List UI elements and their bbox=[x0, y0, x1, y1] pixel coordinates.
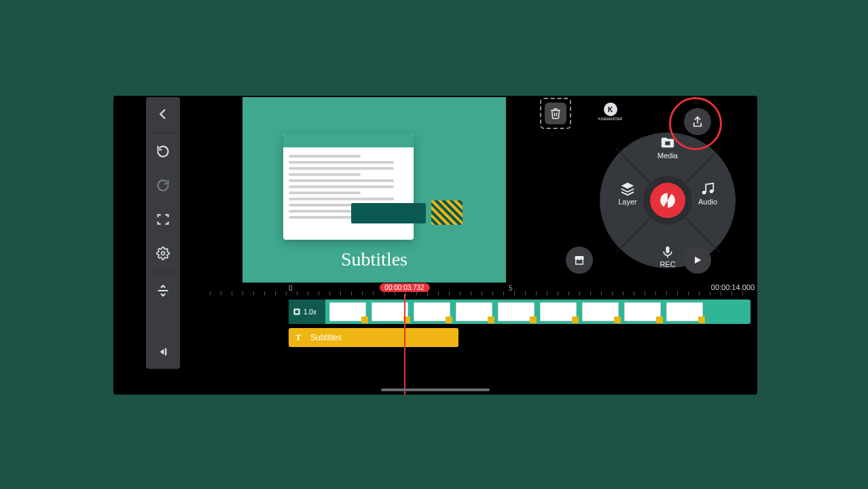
watermark-label: KINEMASTER bbox=[598, 117, 623, 121]
video-clip[interactable] bbox=[329, 302, 366, 321]
text-layer-label: Subtitles bbox=[310, 333, 342, 342]
back-button[interactable] bbox=[146, 97, 180, 131]
wheel-media-label: Media bbox=[657, 151, 678, 160]
text-layer-icon: T bbox=[295, 333, 301, 343]
settings-button[interactable] bbox=[146, 236, 180, 270]
playhead-line[interactable] bbox=[404, 294, 405, 395]
video-track[interactable]: 1.0x bbox=[289, 300, 751, 324]
preview-document-mock bbox=[283, 134, 414, 240]
preview-panel: Subtitles K KINEMASTER bbox=[210, 97, 539, 283]
kinemaster-logo-icon: K bbox=[604, 103, 617, 116]
watermark-badge[interactable]: K KINEMASTER bbox=[598, 103, 623, 121]
redo-button[interactable] bbox=[146, 168, 180, 202]
svg-rect-3 bbox=[665, 141, 670, 145]
media-wheel: Media Layer Audio REC bbox=[593, 126, 742, 275]
wheel-rec-label: REC bbox=[659, 260, 675, 268]
video-clip[interactable] bbox=[666, 302, 703, 321]
asset-store-button[interactable] bbox=[566, 247, 593, 274]
play-button[interactable] bbox=[684, 247, 711, 274]
preview-canvas[interactable]: Subtitles bbox=[242, 97, 506, 283]
trash-icon bbox=[545, 103, 566, 124]
timeline-duration: 00:00:14.000 bbox=[711, 283, 755, 291]
svg-point-0 bbox=[162, 252, 165, 255]
video-clip[interactable] bbox=[624, 302, 661, 321]
video-track-header: 1.0x bbox=[289, 300, 325, 324]
svg-rect-6 bbox=[295, 310, 299, 314]
track-expand-button[interactable] bbox=[146, 274, 180, 308]
video-clip[interactable] bbox=[582, 302, 619, 321]
video-speed-label: 1.0x bbox=[304, 308, 317, 316]
wheel-layer-button[interactable]: Layer bbox=[597, 181, 658, 206]
video-clip[interactable] bbox=[372, 302, 408, 321]
video-editor-app: Subtitles K KINEMASTER Media Layer Audio… bbox=[113, 96, 757, 395]
jump-to-end-button[interactable] bbox=[146, 335, 180, 369]
preview-overlay-box bbox=[351, 203, 426, 223]
left-sidebar bbox=[113, 96, 181, 395]
undo-button[interactable] bbox=[146, 134, 180, 168]
wheel-capture-button[interactable] bbox=[650, 183, 685, 218]
preview-subtitle-text: Subtitles bbox=[242, 249, 506, 270]
video-clips-container bbox=[325, 300, 751, 324]
fullscreen-button[interactable] bbox=[146, 202, 180, 236]
preview-overlay-pattern bbox=[431, 200, 463, 225]
video-clip[interactable] bbox=[498, 302, 535, 321]
home-indicator bbox=[381, 388, 490, 391]
delete-dropzone[interactable] bbox=[540, 98, 571, 129]
text-layer-track[interactable]: T Subtitles bbox=[289, 328, 458, 347]
timeline-ruler[interactable]: 0 5 00:00:03.732 00:00:14.000 bbox=[210, 285, 751, 295]
wheel-audio-label: Audio bbox=[698, 198, 717, 206]
svg-rect-2 bbox=[165, 348, 166, 356]
video-clip[interactable] bbox=[414, 302, 450, 321]
video-clip[interactable] bbox=[456, 302, 492, 321]
video-clip[interactable] bbox=[540, 302, 577, 321]
wheel-layer-label: Layer bbox=[618, 198, 637, 206]
svg-rect-4 bbox=[666, 247, 670, 253]
export-button[interactable] bbox=[684, 108, 711, 135]
wheel-media-button[interactable]: Media bbox=[637, 135, 698, 160]
wheel-audio-button[interactable]: Audio bbox=[677, 181, 738, 206]
timeline-panel[interactable]: 0 5 00:00:03.732 00:00:14.000 1.0x bbox=[210, 285, 751, 393]
